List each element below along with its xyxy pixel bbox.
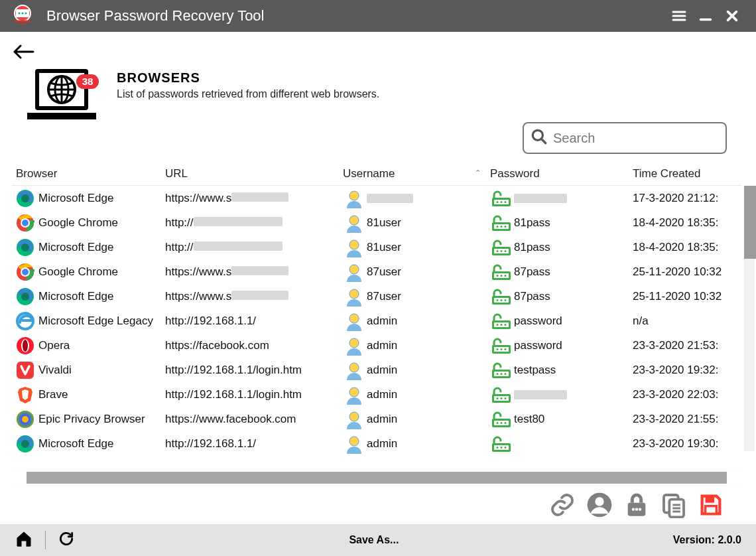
svg-point-59 <box>505 373 507 375</box>
browser-name: Microsoft Edge <box>38 241 113 254</box>
copy-row-button[interactable] <box>659 490 688 520</box>
search-box[interactable] <box>523 122 727 154</box>
th-time[interactable]: Time Created <box>629 167 727 180</box>
username-cell: 87user <box>339 285 486 308</box>
time-cell: 25-11-2020 10:32 <box>629 265 727 279</box>
time-cell: 23-3-2020 21:53: <box>629 339 727 352</box>
th-password[interactable]: Password <box>486 167 629 180</box>
svg-point-52 <box>501 348 503 350</box>
time-cell: 23-3-2020 21:55: <box>629 413 727 426</box>
th-username[interactable]: Username⌃ <box>339 167 486 180</box>
user-icon <box>343 261 365 283</box>
svg-rect-87 <box>706 506 717 514</box>
th-browser[interactable]: Browser <box>12 167 161 180</box>
table-row[interactable]: Epic Privacy Browserhttps://www.facebook… <box>12 407 741 431</box>
lock-icon <box>490 385 513 405</box>
copy-password-button[interactable] <box>622 490 651 520</box>
username-cell: admin <box>339 408 486 431</box>
app-icon <box>11 4 34 28</box>
svg-point-46 <box>501 324 503 326</box>
lock-icon <box>490 360 513 380</box>
password-table: Browser URL Username⌃ Password Time Crea… <box>12 162 741 524</box>
svg-point-76 <box>501 447 503 449</box>
url-cell: http://192.168.1.1/ <box>161 437 339 451</box>
back-button[interactable] <box>12 44 34 62</box>
user-icon <box>343 285 365 308</box>
time-cell: 18-4-2020 18:35: <box>629 216 727 230</box>
time-cell: 25-11-2020 10:32 <box>629 290 727 303</box>
lock-icon <box>490 336 513 356</box>
lock-icon <box>490 213 513 233</box>
url-cell: http:// <box>161 216 339 230</box>
table-row[interactable]: Vivaldihttp://192.168.1.1/login.htmadmin… <box>12 358 741 382</box>
table-row[interactable]: Microsoft Edgehttps://www.s17-3-2020 21:… <box>12 186 741 210</box>
minimize-button[interactable] <box>692 0 719 32</box>
svg-point-51 <box>497 348 499 350</box>
username-cell: 81user <box>339 236 486 259</box>
home-button[interactable] <box>15 529 33 551</box>
table-row[interactable]: Microsoft Edgehttps://www.s87user87pass2… <box>12 284 741 309</box>
user-icon <box>343 236 365 259</box>
url-cell: https://www.facebook.com <box>161 413 339 426</box>
password-cell: testpass <box>486 360 629 380</box>
svg-point-21 <box>497 226 499 228</box>
svg-point-48 <box>349 338 359 348</box>
password-cell: 87pass <box>486 262 629 282</box>
search-input[interactable] <box>553 131 721 146</box>
svg-point-47 <box>505 324 507 326</box>
browser-name: Microsoft Edge <box>38 437 113 451</box>
browser-name: Brave <box>38 388 68 401</box>
action-toolbar <box>12 486 741 524</box>
th-url[interactable]: URL <box>161 167 339 180</box>
svg-point-39 <box>497 299 499 301</box>
table-row[interactable]: Microsoft Edge Legacyhttp://192.168.1.1/… <box>12 309 741 333</box>
svg-point-17 <box>505 201 507 203</box>
svg-point-23 <box>505 226 507 228</box>
user-icon <box>343 187 365 210</box>
browser-name: Google Chrome <box>38 216 118 230</box>
svg-point-16 <box>501 201 503 203</box>
table-row[interactable]: Google Chromehttp://81user81pass18-4-202… <box>12 210 741 235</box>
svg-point-65 <box>505 397 507 399</box>
lock-icon <box>490 287 513 307</box>
close-button[interactable] <box>719 0 745 32</box>
table-row[interactable]: Bravehttp://192.168.1.1/login.htmadmin23… <box>12 382 741 407</box>
lock-icon <box>490 311 513 331</box>
brave-icon <box>16 385 34 404</box>
table-row[interactable]: Microsoft Edgehttp://81user81pass18-4-20… <box>12 235 741 259</box>
table-row[interactable]: Microsoft Edgehttp://192.168.1.1/admin23… <box>12 431 741 456</box>
password-cell: 81pass <box>486 238 629 257</box>
url-cell: https://facebook.com <box>161 339 339 352</box>
svg-point-36 <box>349 289 359 299</box>
menu-button[interactable] <box>666 0 692 32</box>
svg-point-24 <box>349 240 359 249</box>
time-cell: n/a <box>629 314 727 328</box>
password-cell <box>486 434 629 454</box>
copy-username-button[interactable] <box>585 490 614 520</box>
svg-point-63 <box>497 397 499 399</box>
save-button[interactable] <box>696 490 725 520</box>
refresh-button[interactable] <box>58 530 75 550</box>
user-icon <box>343 383 365 406</box>
browsers-icon: 38 <box>12 65 111 126</box>
search-icon <box>531 128 548 148</box>
svg-point-60 <box>349 387 359 397</box>
browser-name: Opera <box>38 339 70 352</box>
copy-url-button[interactable] <box>548 490 577 520</box>
user-icon <box>343 310 365 332</box>
horizontal-scrollbar-thumb[interactable] <box>27 472 727 484</box>
svg-point-71 <box>505 422 507 424</box>
table-row[interactable]: Google Chromehttps://www.s87user87pass25… <box>12 259 741 284</box>
svg-point-35 <box>505 275 507 277</box>
password-cell: 87pass <box>486 287 629 307</box>
browser-name: Microsoft Edge <box>38 290 113 303</box>
horizontal-scrollbar-track[interactable] <box>12 472 741 484</box>
svg-point-34 <box>501 275 503 277</box>
svg-point-53 <box>505 348 507 350</box>
password-cell <box>486 188 629 208</box>
table-row[interactable]: Operahttps://facebook.comadminpassword23… <box>12 333 741 358</box>
svg-point-82 <box>635 508 638 511</box>
url-cell: https://www.s <box>161 265 339 279</box>
url-cell: https://www.s <box>161 192 339 205</box>
vertical-scrollbar-thumb[interactable] <box>744 186 756 259</box>
